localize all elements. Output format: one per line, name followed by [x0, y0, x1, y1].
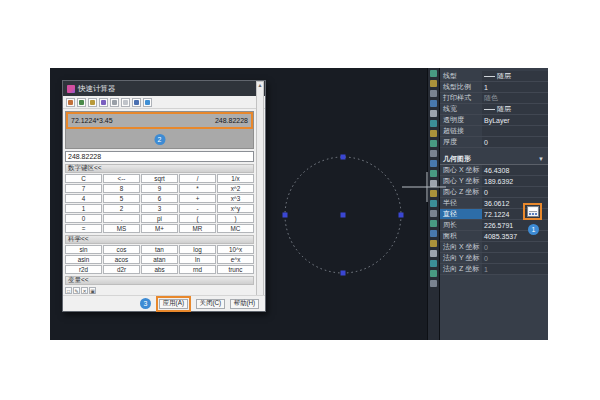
new-variable-icon[interactable]: □: [65, 287, 72, 294]
tool-icon[interactable]: [430, 90, 437, 97]
tool-icon[interactable]: [430, 260, 437, 267]
scientific-key[interactable]: asin: [65, 255, 102, 264]
grip-left-quadrant[interactable]: [283, 213, 288, 218]
tool-icon[interactable]: [430, 80, 437, 87]
paste-to-command-line-icon[interactable]: [132, 98, 141, 107]
general-property-row[interactable]: 打印样式随色: [440, 93, 548, 104]
apply-button[interactable]: 应用(A): [159, 299, 188, 309]
general-property-row[interactable]: 线型随层: [440, 71, 548, 82]
numpad-key[interactable]: pi: [141, 214, 178, 223]
numpad-key[interactable]: -: [179, 204, 216, 213]
tool-icon[interactable]: [430, 180, 437, 187]
geometry-property-row[interactable]: 法向 Y 坐标0: [440, 253, 548, 264]
numpad-key[interactable]: sqrt: [141, 174, 178, 183]
property-value[interactable]: 0: [482, 242, 548, 252]
property-value[interactable]: 189.6392: [482, 176, 548, 186]
property-value[interactable]: 随层: [482, 71, 548, 81]
numpad-key[interactable]: 1/x: [217, 174, 254, 183]
numpad-key[interactable]: 3: [141, 204, 178, 213]
tool-icon[interactable]: [430, 220, 437, 227]
numpad-key[interactable]: 7: [65, 184, 102, 193]
get-coordinates-icon[interactable]: [66, 98, 75, 107]
scientific-key[interactable]: rnd: [179, 265, 216, 274]
property-value[interactable]: 0: [482, 253, 548, 263]
distance-two-points-icon[interactable]: [77, 98, 86, 107]
scientific-key[interactable]: d2r: [103, 265, 140, 274]
numpad-key[interactable]: 9: [141, 184, 178, 193]
intersection-two-lines-icon[interactable]: [99, 98, 108, 107]
tool-icon[interactable]: [430, 170, 437, 177]
general-property-row[interactable]: 超链接: [440, 126, 548, 137]
history-entry-highlight[interactable]: 72.1224*3.45 248.82228: [66, 112, 253, 129]
scientific-section-header[interactable]: 科学<<: [65, 235, 254, 244]
property-value[interactable]: 0: [482, 137, 548, 147]
property-value[interactable]: 随色: [482, 93, 548, 103]
numpad-section-header[interactable]: 数字键区<<: [65, 164, 254, 173]
property-value[interactable]: 随层: [482, 104, 548, 114]
property-value[interactable]: 0: [482, 187, 548, 197]
scientific-key[interactable]: e^x: [217, 255, 254, 264]
geometry-property-row[interactable]: 法向 X 坐标0: [440, 242, 548, 253]
tool-icon[interactable]: [430, 240, 437, 247]
tool-icon[interactable]: [430, 160, 437, 167]
numpad-key[interactable]: 0: [65, 214, 102, 223]
numpad-key[interactable]: MC: [217, 224, 254, 233]
calculator-input-field[interactable]: 248.82228: [65, 151, 254, 162]
numpad-key[interactable]: MR: [179, 224, 216, 233]
numpad-key[interactable]: M+: [141, 224, 178, 233]
scientific-key[interactable]: abs: [141, 265, 178, 274]
geometry-section-header[interactable]: 几何图形 ▼: [440, 154, 548, 165]
tool-icon[interactable]: [430, 120, 437, 127]
scientific-key[interactable]: atan: [141, 255, 178, 264]
property-value[interactable]: 1: [482, 82, 548, 92]
delete-variable-icon[interactable]: ✕: [81, 287, 88, 294]
help-icon[interactable]: [143, 98, 152, 107]
general-property-row[interactable]: 线宽随层: [440, 104, 548, 115]
numpad-key[interactable]: 4: [65, 194, 102, 203]
grip-bottom-quadrant[interactable]: [341, 271, 346, 276]
numpad-key[interactable]: .: [103, 214, 140, 223]
collapse-arrow-icon[interactable]: ▼: [538, 156, 544, 162]
geometry-property-row[interactable]: 圆心 Z 坐标0: [440, 187, 548, 198]
numpad-key[interactable]: 1: [65, 204, 102, 213]
property-value[interactable]: 1: [482, 264, 548, 274]
scientific-key[interactable]: r2d: [65, 265, 102, 274]
grip-center[interactable]: [341, 213, 346, 218]
tool-icon[interactable]: [430, 130, 437, 137]
tool-icon[interactable]: [430, 70, 437, 77]
scientific-key[interactable]: tan: [141, 245, 178, 254]
clear-icon[interactable]: [110, 98, 119, 107]
tool-icon[interactable]: [430, 190, 437, 197]
general-property-row[interactable]: 线型比例1: [440, 82, 548, 93]
numpad-key[interactable]: x^y: [217, 204, 254, 213]
numpad-key[interactable]: =: [65, 224, 102, 233]
tool-icon[interactable]: [430, 110, 437, 117]
geometry-property-row[interactable]: 法向 Z 坐标1: [440, 264, 548, 275]
numpad-key[interactable]: 8: [103, 184, 140, 193]
tool-icon[interactable]: [430, 250, 437, 257]
numpad-key[interactable]: x^3: [217, 194, 254, 203]
scientific-key[interactable]: sin: [65, 245, 102, 254]
numpad-key[interactable]: 6: [141, 194, 178, 203]
general-property-row[interactable]: 透明度ByLayer: [440, 115, 548, 126]
property-value[interactable]: ByLayer: [482, 115, 548, 125]
numpad-key[interactable]: 5: [103, 194, 140, 203]
dialog-scrollbar[interactable]: ▲ ▼: [256, 81, 264, 311]
scientific-key[interactable]: ln: [179, 255, 216, 264]
tool-icon[interactable]: [430, 200, 437, 207]
grip-right-quadrant[interactable]: [399, 213, 404, 218]
scientific-key[interactable]: log: [179, 245, 216, 254]
tool-icon[interactable]: [430, 150, 437, 157]
numpad-key[interactable]: *: [179, 184, 216, 193]
help-button[interactable]: 帮助(H): [230, 299, 259, 309]
tool-icon[interactable]: [430, 280, 437, 287]
scientific-key[interactable]: acos: [103, 255, 140, 264]
tool-icon[interactable]: [430, 210, 437, 217]
numpad-key[interactable]: <--: [103, 174, 140, 183]
property-value[interactable]: 46.4308: [482, 165, 548, 175]
numpad-key[interactable]: 2: [103, 204, 140, 213]
general-property-row[interactable]: 厚度0: [440, 137, 548, 148]
grip-top-quadrant[interactable]: [341, 155, 346, 160]
numpad-key[interactable]: /: [179, 174, 216, 183]
return-value-icon[interactable]: ▣: [89, 287, 96, 294]
